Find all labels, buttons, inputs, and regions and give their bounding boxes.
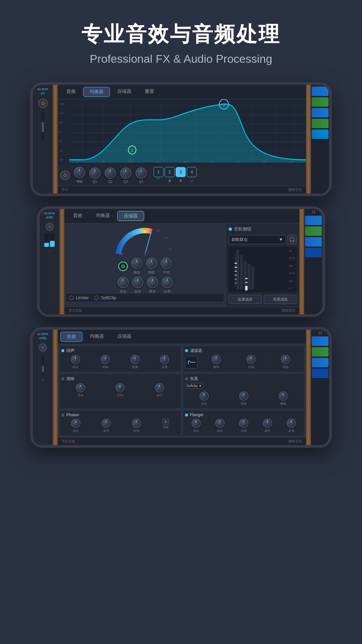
distortion-dropdown[interactable]: Softclip ▼: [185, 383, 204, 389]
tab-fx-3[interactable]: 音效: [60, 332, 82, 342]
volume-slider-1[interactable]: [42, 112, 44, 139]
track-strip-4[interactable]: [312, 119, 328, 128]
eq-power-btn[interactable]: [60, 171, 70, 180]
knob-threshold-circle[interactable]: [131, 258, 142, 269]
band-btn-2[interactable]: 2: [165, 167, 175, 177]
tab-comp-1[interactable]: 压缩器: [111, 87, 137, 97]
track-strip-2-1[interactable]: [305, 216, 322, 225]
flanger-knob-depth-circle[interactable]: [239, 419, 248, 428]
comp-body: -50 -30 -20 -10 -5 0: [64, 223, 299, 307]
sidechain-dropdown[interactable]: 副歌鼓点 ▼: [229, 235, 286, 244]
track-strip-2[interactable]: [312, 97, 328, 107]
track-strip-3-3[interactable]: [312, 358, 328, 367]
track-strip-3-4[interactable]: [312, 369, 328, 378]
track-strip-2-2[interactable]: [305, 226, 322, 236]
distortion-toggle[interactable]: [185, 377, 188, 380]
knob-q1-circle[interactable]: [89, 167, 101, 179]
filter-knob-res-circle[interactable]: [246, 355, 256, 364]
reverb-knob-mix-circle[interactable]: [71, 355, 80, 364]
track-strip-3-1[interactable]: [312, 336, 328, 346]
reverb-toggle[interactable]: [61, 349, 64, 352]
knob-q2-circle[interactable]: [105, 167, 116, 179]
master-knob-3[interactable]: [39, 343, 47, 352]
dist-knob-mix-circle[interactable]: [199, 391, 209, 401]
band-btn-4[interactable]: 4: [187, 167, 197, 177]
knob-q4-circle[interactable]: [135, 167, 147, 179]
knob-gain-circle[interactable]: [74, 167, 85, 178]
filter-shape-icon[interactable]: [185, 356, 198, 369]
filter-toggle[interactable]: [185, 349, 188, 352]
filter-knob-gain-f-circle[interactable]: [281, 355, 290, 364]
footer-delete-2[interactable]: 删除音段: [282, 308, 295, 313]
flanger-knob-mix-circle[interactable]: [191, 419, 201, 428]
softclip-option[interactable]: SoftClip: [94, 295, 116, 300]
footer-export-1[interactable]: 导出: [62, 187, 68, 192]
flanger-knob-feedback-circle[interactable]: [287, 419, 296, 428]
filter-shape-svg: [187, 358, 195, 366]
comp-power-btn[interactable]: ⏻: [118, 262, 128, 271]
track-strip-5[interactable]: [312, 129, 328, 139]
vol-slider-3[interactable]: [42, 355, 44, 375]
flanger-knob-delay-circle[interactable]: [215, 419, 225, 428]
chorus-toggle[interactable]: [61, 377, 64, 380]
chorus-knob-filter-circle[interactable]: [155, 383, 164, 392]
knob-ratio-circle[interactable]: [162, 277, 173, 288]
chorus-knob-mix-circle[interactable]: [76, 383, 85, 392]
tab-eq-2[interactable]: 均衡器: [90, 211, 116, 221]
power-button-1[interactable]: [38, 99, 48, 108]
phaser-knob-feedback-label: 反馈: [133, 429, 139, 433]
phaser-number-badge[interactable]: 3: [162, 419, 169, 425]
reverb-knob-count-circle[interactable]: [130, 355, 140, 364]
flanger-toggle[interactable]: [185, 414, 188, 417]
lowpass-btn[interactable]: 低通滤波: [229, 295, 262, 304]
limiter-option[interactable]: Limiter: [69, 295, 89, 300]
tab-comp-2[interactable]: 压缩器: [117, 211, 144, 221]
tab-reset-1[interactable]: 重置: [139, 87, 160, 97]
svg-rect-36: [235, 271, 237, 272]
tab-fx-2[interactable]: 音效: [67, 211, 88, 221]
reverb-knob-vol-circle[interactable]: [160, 355, 169, 364]
svg-rect-34: [235, 263, 237, 264]
left-sidebar-3: 90 BPM 4/4拍 ≡: [33, 330, 53, 445]
flanger-knob-rate-circle[interactable]: [263, 419, 272, 428]
knob-release-circle[interactable]: [147, 277, 158, 288]
master-knob-2[interactable]: [46, 223, 54, 231]
track-strip-2-4[interactable]: [305, 248, 322, 257]
tab-comp-3[interactable]: 压缩器: [111, 332, 137, 342]
phaser-knob-mix-circle[interactable]: [71, 419, 80, 428]
limiter-radio[interactable]: [69, 296, 74, 300]
footer-delete-1[interactable]: 删除音段: [289, 187, 302, 192]
knob-comp-gain-circle[interactable]: [146, 258, 157, 269]
phaser-knob-feedback-circle[interactable]: [132, 419, 141, 428]
knob-q3-circle[interactable]: [120, 167, 131, 179]
tab-eq-1[interactable]: 均衡器: [83, 87, 110, 97]
dist-knob-thresh-circle[interactable]: [279, 391, 288, 401]
wood-border-right-3: [306, 330, 311, 445]
reverb-knob-interval-circle[interactable]: [101, 355, 110, 364]
chorus-knob-space-circle[interactable]: [115, 383, 125, 392]
phaser-toggle[interactable]: [61, 414, 64, 417]
highpass-btn[interactable]: 高通滤波: [264, 295, 297, 304]
knob-smooth-circle[interactable]: [161, 258, 172, 269]
track-strip-1[interactable]: [312, 87, 328, 96]
phaser-knob-rate-circle[interactable]: [102, 419, 111, 428]
headphone-button[interactable]: 🎧: [287, 235, 297, 244]
filter-knob-freq-circle[interactable]: [212, 355, 221, 364]
footer-export-2[interactable]: 导出音频: [68, 308, 82, 313]
track-strip-3[interactable]: [312, 108, 328, 117]
footer-delete-3[interactable]: 删除音段: [289, 439, 302, 444]
dist-knob-drive-circle[interactable]: [239, 391, 248, 401]
knob-attack-circle[interactable]: [132, 277, 143, 288]
flanger-knob-feedback-label: 反馈: [288, 429, 294, 433]
track-strip-3-2[interactable]: [312, 347, 328, 357]
track-strip-2-3[interactable]: [305, 237, 322, 247]
tab-eq-3[interactable]: 均衡器: [84, 332, 110, 342]
effect-reverb: 回声 混合 间隔 数量: [59, 345, 181, 372]
footer-export-3[interactable]: 导出音频: [62, 439, 75, 444]
band-btn-1[interactable]: 1: [154, 167, 164, 177]
softclip-radio[interactable]: [94, 296, 99, 300]
band-btn-3[interactable]: 3: [176, 167, 186, 177]
knob-mix-circle[interactable]: [117, 277, 129, 288]
reverb-knob-count: 数量: [130, 355, 140, 369]
tab-fx-1[interactable]: 音效: [60, 87, 82, 97]
